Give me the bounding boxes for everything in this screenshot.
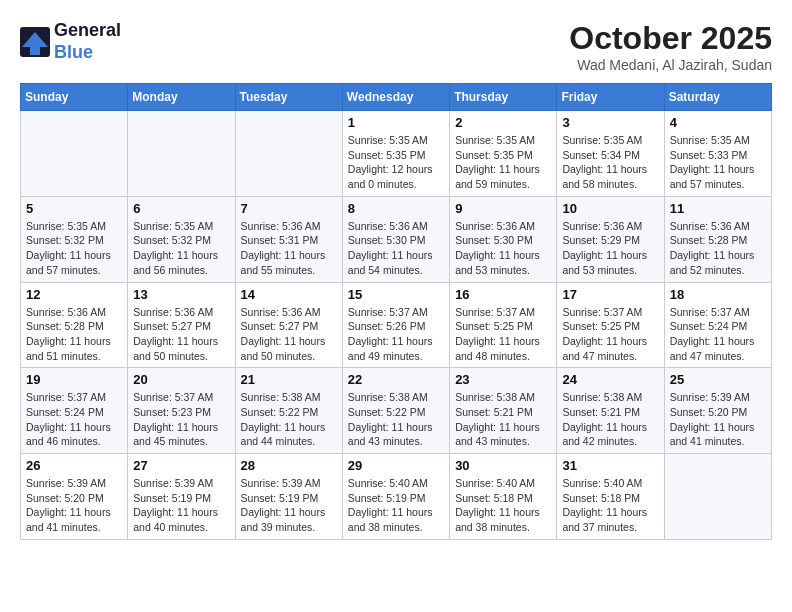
page-header: General Blue October 2025 Wad Medani, Al…	[20, 20, 772, 73]
calendar-cell: 22Sunrise: 5:38 AM Sunset: 5:22 PM Dayli…	[342, 368, 449, 454]
calendar-cell: 20Sunrise: 5:37 AM Sunset: 5:23 PM Dayli…	[128, 368, 235, 454]
day-number: 2	[455, 115, 551, 130]
day-number: 10	[562, 201, 658, 216]
day-number: 13	[133, 287, 229, 302]
weekday-header-row: SundayMondayTuesdayWednesdayThursdayFrid…	[21, 84, 772, 111]
day-number: 26	[26, 458, 122, 473]
calendar-cell: 18Sunrise: 5:37 AM Sunset: 5:24 PM Dayli…	[664, 282, 771, 368]
calendar-cell: 13Sunrise: 5:36 AM Sunset: 5:27 PM Dayli…	[128, 282, 235, 368]
calendar-week-4: 19Sunrise: 5:37 AM Sunset: 5:24 PM Dayli…	[21, 368, 772, 454]
day-number: 29	[348, 458, 444, 473]
calendar-cell: 31Sunrise: 5:40 AM Sunset: 5:18 PM Dayli…	[557, 454, 664, 540]
day-number: 20	[133, 372, 229, 387]
day-number: 1	[348, 115, 444, 130]
day-info: Sunrise: 5:36 AM Sunset: 5:27 PM Dayligh…	[241, 305, 337, 364]
day-number: 3	[562, 115, 658, 130]
day-number: 7	[241, 201, 337, 216]
weekday-header-friday: Friday	[557, 84, 664, 111]
calendar-cell: 8Sunrise: 5:36 AM Sunset: 5:30 PM Daylig…	[342, 196, 449, 282]
day-info: Sunrise: 5:37 AM Sunset: 5:24 PM Dayligh…	[670, 305, 766, 364]
calendar-cell: 10Sunrise: 5:36 AM Sunset: 5:29 PM Dayli…	[557, 196, 664, 282]
title-block: October 2025 Wad Medani, Al Jazirah, Sud…	[569, 20, 772, 73]
day-info: Sunrise: 5:38 AM Sunset: 5:21 PM Dayligh…	[562, 390, 658, 449]
month-title: October 2025	[569, 20, 772, 57]
day-number: 23	[455, 372, 551, 387]
day-number: 27	[133, 458, 229, 473]
calendar-cell: 3Sunrise: 5:35 AM Sunset: 5:34 PM Daylig…	[557, 111, 664, 197]
day-info: Sunrise: 5:35 AM Sunset: 5:32 PM Dayligh…	[26, 219, 122, 278]
day-info: Sunrise: 5:36 AM Sunset: 5:28 PM Dayligh…	[670, 219, 766, 278]
calendar-week-1: 1Sunrise: 5:35 AM Sunset: 5:35 PM Daylig…	[21, 111, 772, 197]
day-info: Sunrise: 5:37 AM Sunset: 5:25 PM Dayligh…	[562, 305, 658, 364]
calendar-cell: 2Sunrise: 5:35 AM Sunset: 5:35 PM Daylig…	[450, 111, 557, 197]
day-number: 30	[455, 458, 551, 473]
day-info: Sunrise: 5:39 AM Sunset: 5:20 PM Dayligh…	[670, 390, 766, 449]
day-info: Sunrise: 5:39 AM Sunset: 5:19 PM Dayligh…	[133, 476, 229, 535]
day-number: 4	[670, 115, 766, 130]
day-number: 21	[241, 372, 337, 387]
day-info: Sunrise: 5:36 AM Sunset: 5:27 PM Dayligh…	[133, 305, 229, 364]
day-info: Sunrise: 5:37 AM Sunset: 5:23 PM Dayligh…	[133, 390, 229, 449]
day-number: 19	[26, 372, 122, 387]
calendar-cell	[235, 111, 342, 197]
day-info: Sunrise: 5:36 AM Sunset: 5:30 PM Dayligh…	[455, 219, 551, 278]
day-info: Sunrise: 5:36 AM Sunset: 5:30 PM Dayligh…	[348, 219, 444, 278]
weekday-header-thursday: Thursday	[450, 84, 557, 111]
day-number: 14	[241, 287, 337, 302]
calendar-cell: 15Sunrise: 5:37 AM Sunset: 5:26 PM Dayli…	[342, 282, 449, 368]
weekday-header-saturday: Saturday	[664, 84, 771, 111]
logo-line2: Blue	[54, 42, 121, 64]
calendar-cell: 11Sunrise: 5:36 AM Sunset: 5:28 PM Dayli…	[664, 196, 771, 282]
day-number: 25	[670, 372, 766, 387]
calendar-cell: 26Sunrise: 5:39 AM Sunset: 5:20 PM Dayli…	[21, 454, 128, 540]
calendar-cell	[21, 111, 128, 197]
calendar-cell: 5Sunrise: 5:35 AM Sunset: 5:32 PM Daylig…	[21, 196, 128, 282]
calendar-cell: 4Sunrise: 5:35 AM Sunset: 5:33 PM Daylig…	[664, 111, 771, 197]
logo-icon	[20, 27, 50, 57]
calendar-cell	[664, 454, 771, 540]
weekday-header-sunday: Sunday	[21, 84, 128, 111]
day-number: 9	[455, 201, 551, 216]
day-number: 17	[562, 287, 658, 302]
calendar-cell: 16Sunrise: 5:37 AM Sunset: 5:25 PM Dayli…	[450, 282, 557, 368]
logo-line1: General	[54, 20, 121, 42]
calendar-cell: 7Sunrise: 5:36 AM Sunset: 5:31 PM Daylig…	[235, 196, 342, 282]
day-number: 28	[241, 458, 337, 473]
day-info: Sunrise: 5:39 AM Sunset: 5:20 PM Dayligh…	[26, 476, 122, 535]
day-info: Sunrise: 5:36 AM Sunset: 5:29 PM Dayligh…	[562, 219, 658, 278]
calendar-cell: 19Sunrise: 5:37 AM Sunset: 5:24 PM Dayli…	[21, 368, 128, 454]
calendar-cell: 12Sunrise: 5:36 AM Sunset: 5:28 PM Dayli…	[21, 282, 128, 368]
day-number: 22	[348, 372, 444, 387]
calendar-cell: 25Sunrise: 5:39 AM Sunset: 5:20 PM Dayli…	[664, 368, 771, 454]
calendar-cell	[128, 111, 235, 197]
day-info: Sunrise: 5:40 AM Sunset: 5:19 PM Dayligh…	[348, 476, 444, 535]
calendar-cell: 17Sunrise: 5:37 AM Sunset: 5:25 PM Dayli…	[557, 282, 664, 368]
calendar-cell: 27Sunrise: 5:39 AM Sunset: 5:19 PM Dayli…	[128, 454, 235, 540]
weekday-header-wednesday: Wednesday	[342, 84, 449, 111]
weekday-header-tuesday: Tuesday	[235, 84, 342, 111]
calendar-cell: 24Sunrise: 5:38 AM Sunset: 5:21 PM Dayli…	[557, 368, 664, 454]
day-number: 6	[133, 201, 229, 216]
day-info: Sunrise: 5:35 AM Sunset: 5:32 PM Dayligh…	[133, 219, 229, 278]
day-info: Sunrise: 5:35 AM Sunset: 5:35 PM Dayligh…	[348, 133, 444, 192]
day-number: 16	[455, 287, 551, 302]
day-number: 24	[562, 372, 658, 387]
weekday-header-monday: Monday	[128, 84, 235, 111]
day-number: 5	[26, 201, 122, 216]
day-info: Sunrise: 5:36 AM Sunset: 5:31 PM Dayligh…	[241, 219, 337, 278]
calendar-week-2: 5Sunrise: 5:35 AM Sunset: 5:32 PM Daylig…	[21, 196, 772, 282]
day-info: Sunrise: 5:40 AM Sunset: 5:18 PM Dayligh…	[562, 476, 658, 535]
day-number: 15	[348, 287, 444, 302]
calendar-week-3: 12Sunrise: 5:36 AM Sunset: 5:28 PM Dayli…	[21, 282, 772, 368]
day-info: Sunrise: 5:35 AM Sunset: 5:34 PM Dayligh…	[562, 133, 658, 192]
day-number: 11	[670, 201, 766, 216]
location-subtitle: Wad Medani, Al Jazirah, Sudan	[569, 57, 772, 73]
calendar-body: 1Sunrise: 5:35 AM Sunset: 5:35 PM Daylig…	[21, 111, 772, 540]
day-number: 18	[670, 287, 766, 302]
calendar-header: SundayMondayTuesdayWednesdayThursdayFrid…	[21, 84, 772, 111]
day-info: Sunrise: 5:38 AM Sunset: 5:21 PM Dayligh…	[455, 390, 551, 449]
logo: General Blue	[20, 20, 121, 63]
day-info: Sunrise: 5:40 AM Sunset: 5:18 PM Dayligh…	[455, 476, 551, 535]
calendar-cell: 21Sunrise: 5:38 AM Sunset: 5:22 PM Dayli…	[235, 368, 342, 454]
day-info: Sunrise: 5:35 AM Sunset: 5:33 PM Dayligh…	[670, 133, 766, 192]
